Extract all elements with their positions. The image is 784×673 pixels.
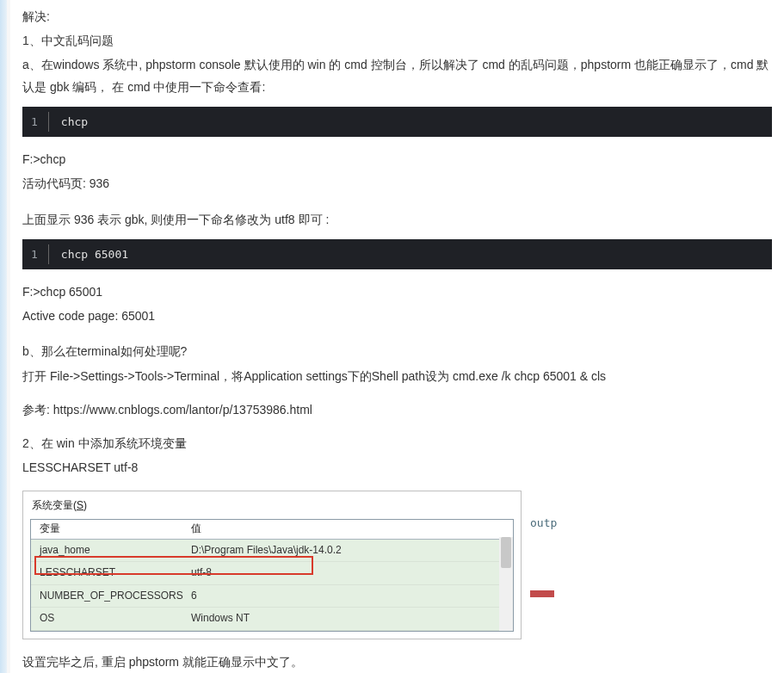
article-body: 解决: 1、中文乱码问题 a、在windows 系统中, phpstorm co… [10, 0, 784, 673]
col-value: 值 [186, 520, 513, 539]
code-text: chcp 65001 [61, 244, 128, 264]
col-variable: 变量 [31, 520, 186, 539]
text-line: F:>chcp [22, 149, 772, 170]
text-line: b、那么在terminal如何处理呢? [22, 341, 772, 362]
text-line: 活动代码页: 936 [22, 173, 772, 194]
scrollbar[interactable] [499, 537, 513, 631]
env-section-title: 系统变量(S) [23, 491, 521, 519]
text-line: F:>chcp 65001 [22, 281, 772, 303]
text-line: 设置完毕之后, 重启 phpstorm 就能正确显示中文了。 [22, 651, 772, 673]
env-table: 变量 值 java_home D:\Program Files\Java\jdk… [30, 519, 514, 632]
text-line: 打开 File->Settings->Tools->Terminal，将Appl… [22, 366, 772, 387]
text-line: LESSCHARSET utf-8 [22, 457, 772, 479]
code-block-chcp: 1 chcp [22, 107, 772, 137]
code-text: chcp [61, 112, 88, 132]
env-variables-screenshot: 系统变量(S) 变量 值 java_home D:\Program Files\… [22, 491, 522, 639]
line-number: 1 [31, 244, 49, 264]
code-block-chcp65001: 1 chcp 65001 [22, 239, 772, 269]
env-table-header: 变量 值 [31, 520, 513, 540]
text-line: 上面显示 936 表示 gbk, 则使用一下命名修改为 utf8 即可 : [22, 209, 772, 231]
text-line: 解决: [22, 6, 772, 28]
text-line: 1、中文乱码问题 [22, 30, 772, 52]
env-row: NUMBER_OF_PROCESSORS 6 [31, 585, 513, 608]
env-row: OS Windows NT [31, 608, 513, 631]
text-line: 参考: https://www.cnblogs.com/lantor/p/137… [22, 399, 772, 421]
env-row: java_home D:\Program Files\Java\jdk-14.0… [31, 540, 513, 563]
text-line: Active code page: 65001 [22, 306, 772, 327]
line-number: 1 [31, 112, 49, 132]
side-output-label: outp [530, 513, 557, 533]
env-row-lesscharset: LESSCHARSET utf-8 [31, 562, 513, 585]
text-line: 2、在 win 中添加系统环境变量 [22, 433, 772, 454]
side-red-bar [530, 590, 554, 597]
scrollbar-thumb[interactable] [501, 537, 511, 568]
text-line: a、在windows 系统中, phpstorm console 默认使用的 w… [22, 54, 772, 97]
